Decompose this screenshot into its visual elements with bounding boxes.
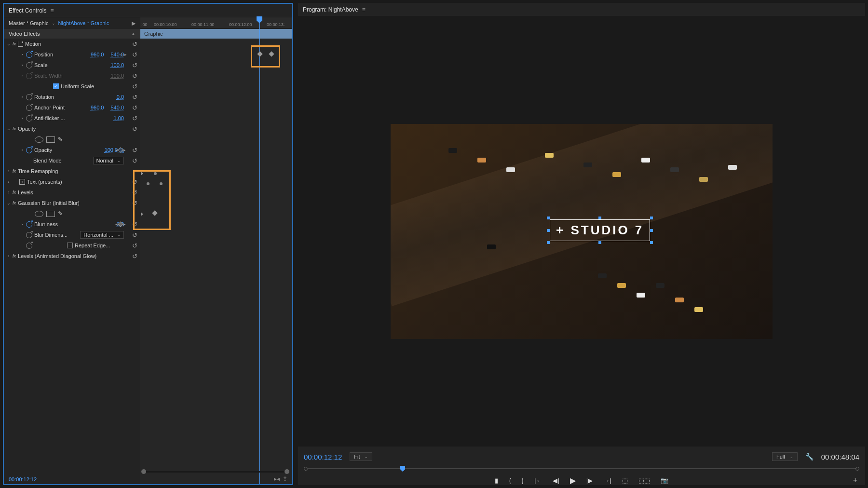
keyframe-marker[interactable] (160, 182, 163, 185)
effect-timecode[interactable]: 00:00:12:12 (9, 476, 37, 482)
blend-mode-dropdown[interactable]: Normal⌄ (93, 157, 124, 164)
reset-icon[interactable]: ↺ (132, 178, 137, 186)
text-effect[interactable]: › T Text (presents) ↺ (4, 176, 140, 187)
reset-icon[interactable]: ↺ (132, 157, 137, 164)
toggle-icon[interactable]: ▸◂ (274, 475, 280, 482)
fx-badge[interactable]: fx (13, 190, 16, 195)
stopwatch-icon[interactable] (26, 232, 32, 238)
reset-icon[interactable]: ↺ (132, 200, 137, 207)
twisty-icon[interactable]: › (19, 148, 25, 152)
selection-handle[interactable] (650, 229, 653, 232)
selection-handle[interactable] (650, 241, 653, 244)
marker-icon[interactable]: ▮ (495, 477, 498, 484)
reset-icon[interactable]: ↺ (132, 94, 137, 101)
go-to-in-icon[interactable]: |← (534, 477, 542, 484)
position-row[interactable]: › Position 960.0 540.0 ◇▸ ↺ (4, 49, 140, 60)
blurriness-row[interactable]: › Blurriness 0.0 ◂▸ ↺ (4, 219, 140, 230)
breadcrumb-sequence[interactable]: NightAbove * Graphic (58, 20, 109, 26)
stopwatch-icon[interactable] (26, 62, 32, 68)
scale-value[interactable]: 100.0 (110, 62, 124, 68)
clip-bar[interactable]: Graphic (140, 29, 292, 39)
collapse-icon[interactable]: ▲ (131, 31, 136, 36)
breadcrumb-play-icon[interactable]: ▶ (132, 20, 136, 27)
reset-icon[interactable]: ↺ (132, 231, 137, 239)
program-track[interactable] (307, 468, 856, 469)
timeline-ruler[interactable]: :00 00:00:10:00 00:00:11:00 00:00:12:00 … (140, 17, 292, 29)
program-playhead[interactable] (400, 466, 405, 472)
stopwatch-icon[interactable] (26, 52, 32, 58)
uniform-scale-row[interactable]: ✓ Uniform Scale ↺ (4, 81, 140, 92)
wrench-icon[interactable]: 🔧 (805, 453, 814, 461)
pen-mask-icon[interactable]: ✎ (58, 210, 63, 217)
reset-icon[interactable]: ↺ (132, 83, 137, 90)
reset-icon[interactable]: ↺ (132, 221, 137, 228)
go-to-out-icon[interactable]: →| (603, 477, 611, 484)
repeat-edge-checkbox[interactable] (67, 243, 73, 248)
stopwatch-icon[interactable] (26, 243, 32, 249)
repeat-edge-row[interactable]: Repeat Edge... ↺ (4, 240, 140, 251)
pen-mask-icon[interactable]: ✎ (58, 136, 63, 143)
reset-icon[interactable]: ↺ (132, 62, 137, 69)
program-timeline[interactable] (304, 465, 859, 473)
fx-badge[interactable]: fx (13, 201, 16, 205)
twisty-open-icon[interactable]: ⌄ (6, 201, 12, 205)
keyframe-next-icon[interactable]: ▸ (124, 52, 127, 57)
blend-mode-row[interactable]: Blend Mode Normal⌄ ↺ (4, 155, 140, 166)
chevron-down-icon[interactable]: ⌄ (52, 21, 55, 26)
keyframe-marker[interactable] (141, 212, 143, 216)
uniform-scale-checkbox[interactable]: ✓ (53, 83, 59, 89)
panel-menu-icon[interactable]: ≡ (50, 7, 54, 14)
opacity-value-row[interactable]: › Opacity 100.0 % ◂▸ ↺ (4, 145, 140, 155)
time-remap-effect[interactable]: › fx Time Remapping (4, 166, 140, 176)
twisty-icon[interactable]: › (6, 169, 12, 174)
reset-icon[interactable]: ↺ (132, 72, 137, 80)
keyframe-marker[interactable] (141, 172, 143, 176)
reset-icon[interactable]: ↺ (132, 242, 137, 249)
keyframe-marker[interactable] (269, 51, 274, 56)
keyframe-prev-icon[interactable]: ◂ (115, 148, 118, 152)
fx-badge[interactable]: fx (13, 169, 16, 174)
playhead[interactable] (259, 17, 260, 484)
keyframe-prev-icon[interactable]: ◂ (115, 222, 118, 227)
anchor-x-value[interactable]: 960.0 (91, 105, 104, 110)
extract-icon[interactable]: ⬚⬚ (638, 477, 650, 484)
motion-effect[interactable]: ⌄ fx Motion ↺ (4, 39, 140, 49)
blur-dim-row[interactable]: Blur Dimens... Horizontal ...⌄ ↺ (4, 230, 140, 240)
add-button-icon[interactable]: + (853, 476, 857, 485)
keyframe-marker[interactable] (152, 210, 157, 216)
lift-icon[interactable]: ⬚ (622, 477, 628, 484)
reset-icon[interactable]: ↺ (132, 253, 137, 260)
levels-animated-effect[interactable]: › fx Levels (Animated Diagonal Glow) ↺ (4, 251, 140, 261)
twisty-icon[interactable]: › (6, 254, 12, 258)
effect-timeline-column[interactable]: :00 00:00:10:00 00:00:11:00 00:00:12:00 … (140, 17, 292, 484)
blur-dim-dropdown[interactable]: Horizontal ...⌄ (80, 231, 124, 239)
export-frame-icon[interactable]: 📷 (661, 477, 668, 484)
twisty-icon[interactable]: › (19, 222, 25, 227)
twisty-open-icon[interactable]: ⌄ (6, 41, 12, 46)
rotation-row[interactable]: › Rotation 0.0 ↺ (4, 92, 140, 102)
antiflicker-row[interactable]: › Anti-flicker ... 1.00 ↺ (4, 113, 140, 123)
reset-icon[interactable]: ↺ (132, 104, 137, 111)
step-back-icon[interactable]: ◀| (553, 477, 559, 484)
ellipse-mask-icon[interactable] (35, 211, 43, 217)
keyframe-marker[interactable] (257, 51, 262, 56)
gaussian-blur-effect[interactable]: ⌄ fx Gaussian Blur (Initial Blur) ↺ (4, 198, 140, 208)
step-forward-icon[interactable]: |▶ (586, 477, 593, 484)
keyframe-next-icon[interactable]: ▸ (123, 222, 126, 227)
scroll-handle-left[interactable] (141, 469, 146, 474)
twisty-open-icon[interactable]: ⌄ (6, 126, 12, 131)
fx-badge[interactable]: fx (13, 254, 16, 258)
twisty-icon[interactable]: › (19, 116, 25, 121)
keyframe-next-icon[interactable]: ▸ (123, 148, 126, 152)
breadcrumb-master[interactable]: Master * Graphic (9, 20, 49, 26)
opacity-effect[interactable]: ⌄ fx Opacity ↺ (4, 123, 140, 134)
fx-badge[interactable]: fx (13, 41, 16, 46)
anchor-row[interactable]: Anchor Point 960.0 540.0 ↺ (4, 102, 140, 113)
ellipse-mask-icon[interactable] (35, 136, 43, 143)
fit-dropdown[interactable]: Fit⌄ (350, 452, 372, 461)
twisty-icon[interactable]: › (19, 95, 25, 99)
reset-icon[interactable]: ↺ (132, 41, 137, 48)
rotation-value[interactable]: 0.0 (117, 94, 124, 100)
position-x-value[interactable]: 960.0 (91, 52, 104, 57)
stopwatch-icon[interactable] (26, 221, 32, 228)
